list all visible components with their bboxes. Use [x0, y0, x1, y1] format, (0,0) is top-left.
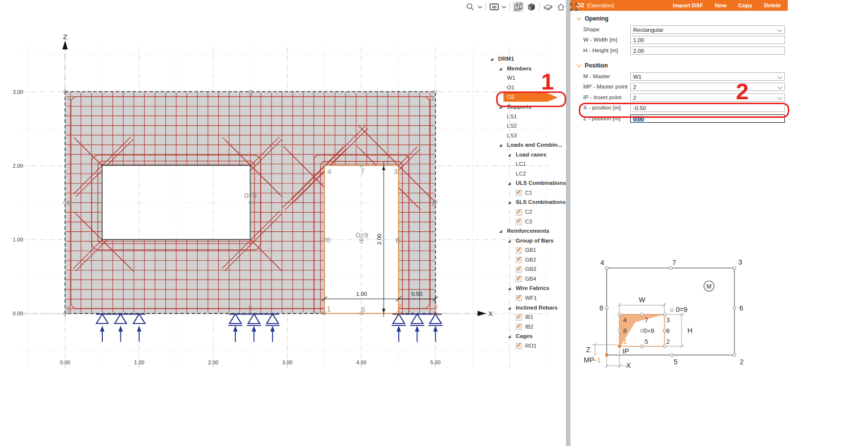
- property-dropdown-MP[interactable]: 2: [630, 83, 785, 91]
- tree-checkbox-GB2[interactable]: ✓: [516, 257, 522, 263]
- tree-item-GB1[interactable]: GB1: [525, 245, 536, 255]
- tree-item-DRM1[interactable]: DRM1: [498, 54, 514, 64]
- svg-text:4.00: 4.00: [356, 359, 366, 365]
- zoom-dropdown-chevron-icon[interactable]: [478, 1, 482, 12]
- tree-item-ULS Combinations[interactable]: ULS Combinations: [516, 178, 566, 188]
- property-input-H[interactable]: 2.00: [630, 46, 785, 55]
- surface-view-icon[interactable]: [543, 1, 553, 12]
- copy-button[interactable]: Copy: [738, 2, 753, 8]
- import-dxf-button[interactable]: Import DXF: [673, 2, 703, 8]
- tree-item-LS2[interactable]: LS2: [507, 121, 517, 131]
- svg-text:0=9: 0=9: [676, 306, 687, 313]
- line-supports: [96, 314, 443, 342]
- drawing-canvas[interactable]: Z X 4 7 3 8 6 1 5 2 0=9 4 7 3 8 0=9 6 1: [0, 0, 566, 446]
- dropdown-chevron-icon[interactable]: [777, 27, 782, 32]
- tree-item-Loads and Combin...[interactable]: Loads and Combin...: [507, 140, 562, 150]
- svg-text:MP-: MP-: [584, 356, 596, 364]
- tree-item-C2[interactable]: C2: [525, 207, 532, 217]
- tree-item-WF1[interactable]: WF1: [525, 293, 537, 303]
- tree-expander-icon[interactable]: ◢: [508, 303, 511, 313]
- x-axis-arrow-icon: [478, 311, 486, 316]
- property-input-W[interactable]: 1.00: [630, 36, 785, 44]
- property-dropdown-M[interactable]: W1: [630, 72, 785, 81]
- tree-item-C3[interactable]: C3: [525, 217, 532, 227]
- svg-text:Z: Z: [586, 346, 591, 354]
- property-row: ShapeRectangular: [571, 25, 788, 34]
- section-header-Position[interactable]: Position: [577, 62, 608, 69]
- zoom-icon[interactable]: [465, 1, 476, 12]
- svg-text:2: 2: [434, 303, 438, 311]
- tree-item-Load cases[interactable]: Load cases: [516, 150, 547, 160]
- tree-checkbox-GB4[interactable]: ✓: [516, 276, 522, 282]
- solid-cube-icon[interactable]: [525, 1, 536, 12]
- master-point-dot: [605, 354, 609, 357]
- tree-item-LC2[interactable]: LC2: [516, 169, 526, 179]
- dropdown-chevron-icon[interactable]: [777, 95, 782, 100]
- tree-item-C1[interactable]: C1: [525, 188, 532, 198]
- tree-item-Wire Fabrics[interactable]: Wire Fabrics: [516, 284, 549, 293]
- tree-expander-icon[interactable]: ◢: [508, 150, 511, 160]
- tree-expander-icon[interactable]: ◢: [499, 64, 502, 74]
- tree-item-Inclined Rebars[interactable]: Inclined Rebars: [516, 303, 558, 313]
- svg-text:4: 4: [600, 259, 604, 267]
- z-axis-label: Z: [63, 33, 67, 41]
- property-dropdown-IP[interactable]: 2: [630, 93, 785, 102]
- view-2d-icon[interactable]: 2D: [489, 1, 500, 12]
- tree-checkbox-RO1[interactable]: ✓: [516, 343, 522, 349]
- tree-expander-icon[interactable]: ◢: [499, 140, 502, 150]
- home-view-icon[interactable]: [555, 1, 566, 12]
- tree-item-Cages[interactable]: Cages: [516, 332, 533, 341]
- tree-item-GB4[interactable]: GB4: [525, 274, 536, 284]
- tree-checkbox-C3[interactable]: ✓: [516, 219, 522, 225]
- dropdown-chevron-icon[interactable]: [777, 74, 782, 79]
- svg-text:3: 3: [394, 167, 398, 176]
- tree-item-Reinforcements[interactable]: Reinforcements: [507, 226, 549, 236]
- tree-item-Members[interactable]: Members: [507, 64, 532, 74]
- dropdown-chevron-icon[interactable]: [777, 85, 782, 89]
- svg-text:1: 1: [623, 338, 626, 345]
- property-dropdown-Shape[interactable]: Rectangular: [630, 25, 785, 34]
- tree-expander-icon[interactable]: ◢: [508, 178, 511, 188]
- wireframe-cube-icon[interactable]: [513, 1, 524, 12]
- svg-text:1.00: 1.00: [356, 291, 367, 297]
- view-mode-chevron-icon[interactable]: [502, 1, 506, 12]
- tree-expander-icon[interactable]: ◢: [490, 54, 493, 64]
- tree-item-RO1[interactable]: RO1: [525, 341, 537, 351]
- tree-checkbox-WF1[interactable]: ✓: [516, 295, 522, 301]
- svg-text:H: H: [687, 327, 692, 334]
- tree-item-GB2[interactable]: GB2: [525, 255, 536, 265]
- fit-to-view-icon[interactable]: [568, 1, 579, 12]
- annotation-box-1: [496, 91, 566, 107]
- section-collapse-chevron-icon[interactable]: [577, 63, 582, 67]
- tree-item-W1[interactable]: W1: [507, 73, 515, 83]
- tree-checkbox-C1[interactable]: ✓: [516, 190, 522, 196]
- tree-item-IB1[interactable]: IB1: [525, 312, 533, 322]
- tree-checkbox-C2[interactable]: ✓: [516, 209, 522, 216]
- delete-button[interactable]: Delete: [764, 2, 781, 8]
- section-collapse-chevron-icon[interactable]: [577, 16, 582, 21]
- insert-point-diagram: M 4 7 3 8 6 5 2 0=9 4 7 3 8 0=9 6 1 5 2 …: [577, 253, 756, 378]
- tree-checkbox-IB1[interactable]: ✓: [516, 314, 522, 321]
- property-row: H - Height [m]2.00: [571, 46, 788, 55]
- tree-item-LS3[interactable]: LS3: [507, 131, 517, 141]
- tree-expander-icon[interactable]: ◢: [499, 226, 502, 236]
- svg-text:7: 7: [644, 316, 648, 324]
- tree-item-Group of Bars[interactable]: Group of Bars: [516, 236, 553, 246]
- tree-checkbox-IB2[interactable]: ✓: [516, 324, 522, 330]
- tree-checkbox-GB1[interactable]: ✓: [516, 247, 522, 254]
- tree-expander-icon[interactable]: ◢: [508, 284, 511, 293]
- tree-expander-icon[interactable]: ◢: [508, 236, 511, 246]
- master-badge: M: [707, 283, 711, 290]
- tree-item-SLS Combinations[interactable]: SLS Combinations: [516, 198, 566, 207]
- svg-text:3: 3: [666, 316, 669, 324]
- tree-item-IB2[interactable]: IB2: [525, 322, 533, 332]
- tree-expander-icon[interactable]: ◢: [508, 198, 511, 207]
- tree-item-LC1[interactable]: LC1: [516, 159, 526, 169]
- section-header-Opening[interactable]: Opening: [577, 15, 609, 22]
- tree-item-LS1[interactable]: LS1: [507, 112, 517, 122]
- tree-item-GB3[interactable]: GB3: [525, 265, 536, 274]
- tree-expander-icon[interactable]: ◢: [508, 332, 511, 341]
- new-button[interactable]: New: [715, 2, 727, 8]
- panel-subtitle: [Operation]: [587, 2, 614, 8]
- tree-checkbox-GB3[interactable]: ✓: [516, 267, 522, 273]
